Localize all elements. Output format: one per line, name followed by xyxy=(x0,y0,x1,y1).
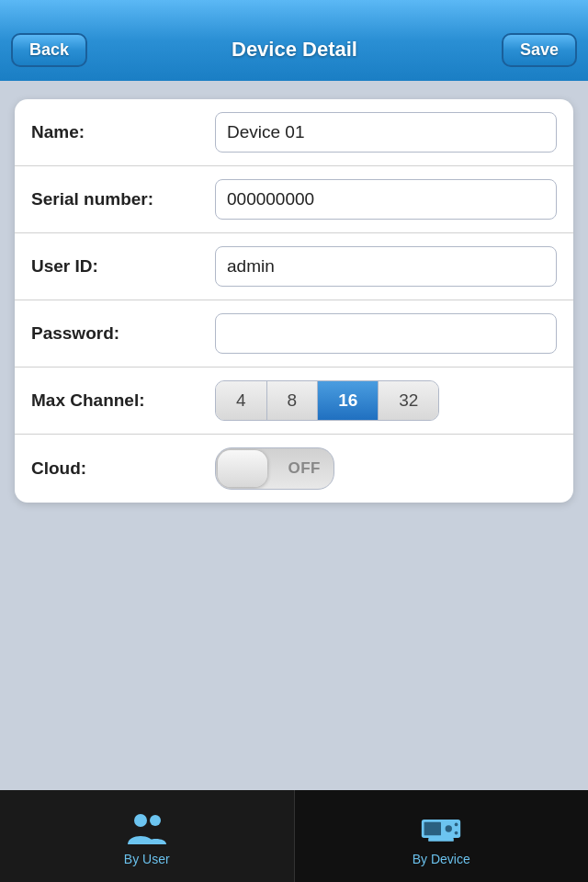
svg-rect-3 xyxy=(424,822,441,836)
tab-by-device-label: By Device xyxy=(413,852,470,866)
tab-by-device[interactable]: By Device xyxy=(295,790,589,882)
serial-number-input[interactable] xyxy=(215,179,557,220)
serial-number-label: Serial number: xyxy=(31,189,215,209)
channel-32-button[interactable]: 32 xyxy=(379,381,438,420)
save-button[interactable]: Save xyxy=(502,33,577,67)
serial-number-row: Serial number: xyxy=(15,166,573,233)
name-input[interactable] xyxy=(215,112,557,153)
by-device-icon xyxy=(420,811,462,846)
svg-rect-7 xyxy=(428,838,454,842)
cloud-toggle[interactable]: OFF xyxy=(215,447,334,490)
user-id-row: User ID: xyxy=(15,233,573,300)
channel-4-button[interactable]: 4 xyxy=(216,381,267,420)
tab-by-user-label: By User xyxy=(124,852,170,866)
form-card: Name: Serial number: User ID: Password: … xyxy=(15,99,573,503)
user-id-input[interactable] xyxy=(215,246,557,287)
cloud-label: Cloud: xyxy=(31,458,215,479)
svg-point-6 xyxy=(455,831,458,835)
tab-by-user[interactable]: By User xyxy=(0,790,295,882)
main-content: Name: Serial number: User ID: Password: … xyxy=(0,81,588,790)
page-title: Device Detail xyxy=(232,38,357,62)
svg-point-4 xyxy=(446,825,452,831)
password-input[interactable] xyxy=(215,313,557,354)
channel-8-button[interactable]: 8 xyxy=(267,381,319,420)
svg-point-1 xyxy=(150,815,161,826)
cloud-row: Cloud: OFF xyxy=(15,435,573,503)
svg-point-0 xyxy=(134,814,147,827)
max-channel-label: Max Channel: xyxy=(31,390,215,411)
toggle-thumb xyxy=(218,450,267,487)
header: Back Device Detail Save xyxy=(0,0,588,81)
by-user-icon xyxy=(126,811,168,846)
max-channel-control: 4 8 16 32 xyxy=(215,380,439,421)
channel-16-button[interactable]: 16 xyxy=(318,381,379,420)
name-row: Name: xyxy=(15,99,573,166)
password-row: Password: xyxy=(15,300,573,368)
password-label: Password: xyxy=(31,323,215,344)
max-channel-row: Max Channel: 4 8 16 32 xyxy=(15,368,573,435)
name-label: Name: xyxy=(31,122,215,142)
tab-bar: By User By Device xyxy=(0,790,588,882)
back-button[interactable]: Back xyxy=(11,33,87,67)
toggle-state-label: OFF xyxy=(288,459,322,478)
svg-point-5 xyxy=(455,823,458,827)
user-id-label: User ID: xyxy=(31,256,215,277)
